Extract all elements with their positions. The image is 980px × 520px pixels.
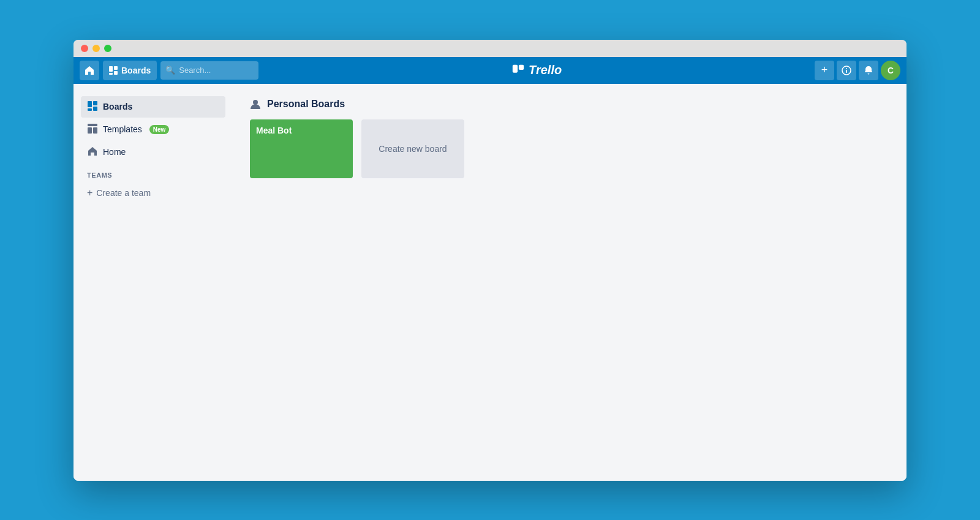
svg-point-7 bbox=[846, 68, 847, 69]
trello-logo: Trello bbox=[262, 63, 811, 77]
boards-nav-label: Boards bbox=[121, 66, 151, 75]
boards-nav-button[interactable]: Boards bbox=[103, 61, 157, 80]
boards-sidebar-icon bbox=[87, 101, 98, 113]
svg-rect-4 bbox=[513, 64, 518, 72]
boards-grid: Meal Bot Create new board bbox=[250, 119, 889, 178]
templates-sidebar-label: Templates bbox=[103, 124, 142, 134]
info-button[interactable] bbox=[837, 61, 856, 80]
add-button[interactable]: + bbox=[815, 61, 834, 80]
bell-button[interactable] bbox=[859, 61, 878, 80]
section-header: Personal Boards bbox=[250, 99, 889, 110]
svg-rect-3 bbox=[109, 73, 113, 75]
sidebar-item-home[interactable]: Home bbox=[81, 141, 225, 163]
svg-rect-11 bbox=[93, 107, 97, 111]
browser-window: Boards 🔍 Trello + bbox=[74, 40, 907, 481]
minimize-button[interactable] bbox=[92, 45, 100, 52]
plus-icon: + bbox=[87, 187, 92, 198]
svg-rect-13 bbox=[88, 124, 97, 126]
trello-logo-text: Trello bbox=[529, 63, 562, 77]
nav-right: + C bbox=[815, 61, 900, 80]
search-input[interactable] bbox=[160, 61, 258, 80]
create-team-label: Create a team bbox=[96, 188, 151, 198]
bell-icon bbox=[864, 66, 873, 75]
maximize-button[interactable] bbox=[104, 45, 111, 52]
search-container: 🔍 bbox=[160, 61, 258, 80]
person-icon bbox=[250, 99, 261, 110]
close-button[interactable] bbox=[81, 45, 88, 52]
svg-rect-9 bbox=[88, 101, 92, 107]
svg-rect-8 bbox=[846, 70, 847, 73]
avatar[interactable]: C bbox=[881, 61, 900, 80]
templates-sidebar-icon bbox=[87, 124, 98, 135]
add-icon: + bbox=[821, 64, 828, 77]
templates-new-badge: New bbox=[149, 125, 170, 134]
create-board-label: Create new board bbox=[379, 144, 447, 154]
sidebar-item-templates[interactable]: Templates New bbox=[81, 119, 225, 140]
home-icon bbox=[85, 66, 94, 75]
info-icon bbox=[842, 66, 851, 75]
main-content: Boards Templates New bbox=[74, 84, 907, 481]
create-board-button[interactable]: Create new board bbox=[361, 119, 464, 178]
sidebar-item-boards[interactable]: Boards bbox=[81, 96, 225, 118]
home-button[interactable] bbox=[80, 61, 99, 80]
avatar-letter: C bbox=[888, 66, 894, 75]
sidebar: Boards Templates New bbox=[74, 84, 233, 481]
svg-rect-1 bbox=[114, 66, 118, 70]
home-sidebar-label: Home bbox=[103, 147, 126, 157]
navbar: Boards 🔍 Trello + bbox=[74, 57, 907, 84]
board-card-name: Meal Bot bbox=[256, 126, 292, 135]
svg-rect-12 bbox=[88, 108, 92, 111]
boards-sidebar-label: Boards bbox=[103, 102, 132, 111]
svg-rect-10 bbox=[93, 101, 97, 105]
section-title: Personal Boards bbox=[267, 99, 345, 110]
board-area: Personal Boards Meal Bot Create new boar… bbox=[233, 84, 907, 481]
svg-rect-5 bbox=[519, 64, 524, 69]
home-sidebar-icon bbox=[87, 146, 98, 158]
svg-rect-2 bbox=[114, 71, 118, 75]
title-bar bbox=[74, 40, 907, 57]
board-card-meal-bot[interactable]: Meal Bot bbox=[250, 119, 353, 178]
svg-rect-0 bbox=[109, 66, 113, 72]
svg-rect-15 bbox=[93, 127, 97, 134]
trello-logo-icon bbox=[511, 64, 525, 77]
boards-nav-icon bbox=[109, 66, 118, 75]
svg-point-16 bbox=[253, 100, 258, 105]
teams-heading: TEAMS bbox=[81, 164, 225, 183]
svg-rect-14 bbox=[88, 127, 92, 134]
create-team-button[interactable]: + Create a team bbox=[81, 183, 225, 203]
